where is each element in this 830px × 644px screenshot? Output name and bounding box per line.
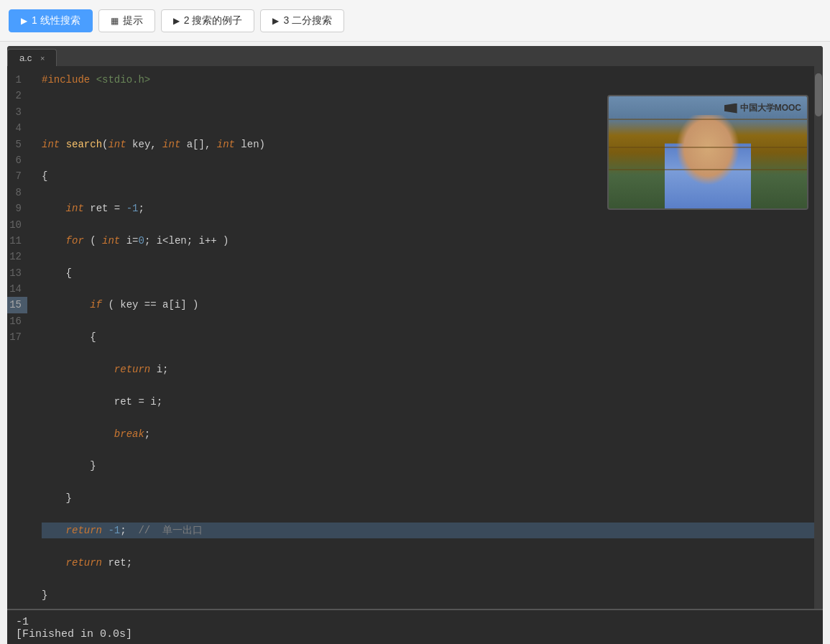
close-tab-icon[interactable]: × xyxy=(40,54,45,63)
code-line-1: #include <stdio.h> xyxy=(42,72,814,88)
line-num-1: 1 xyxy=(7,72,27,88)
line-num-6: 6 xyxy=(7,152,27,168)
line-num-15: 15 xyxy=(7,297,27,313)
tab-binary-search[interactable]: ▶ 3 二分搜索 xyxy=(260,9,344,32)
code-line-12: break; xyxy=(42,426,814,442)
line-numbers: 1 2 3 4 5 6 7 8 9 10 11 12 13 14 15 16 1… xyxy=(7,66,33,609)
terminal-line-2: [Finished in 0.0s] xyxy=(16,628,814,640)
code-line-10: return i; xyxy=(42,362,814,377)
code-area[interactable]: 1 2 3 4 5 6 7 8 9 10 11 12 13 14 15 16 1… xyxy=(7,66,823,609)
terminal-output: -1 [Finished in 0.0s] xyxy=(7,609,823,644)
file-tab[interactable]: a.c × xyxy=(7,49,57,66)
code-line-13: } xyxy=(42,458,814,474)
code-line-14: } xyxy=(42,490,814,506)
terminal-line-1: -1 xyxy=(16,616,814,628)
code-line-6: for ( int i=0; i<len; i++ ) xyxy=(42,233,814,249)
line-num-10: 10 xyxy=(7,217,27,233)
code-line-11: ret = i; xyxy=(42,394,814,410)
play-icon-3: ▶ xyxy=(272,16,279,26)
tab-hint[interactable]: ▦ 提示 xyxy=(98,9,155,32)
code-line-17: } xyxy=(42,587,814,603)
play-icon: ▶ xyxy=(21,16,27,26)
line-num-8: 8 xyxy=(7,185,27,201)
line-num-7: 7 xyxy=(7,168,27,184)
tab-linear-search[interactable]: ▶ 1 线性搜索 xyxy=(9,9,93,32)
line-num-5: 5 xyxy=(7,137,27,152)
line-num-2: 2 xyxy=(7,88,27,104)
top-navigation: ▶ 1 线性搜索 ▦ 提示 ▶ 2 搜索的例子 ▶ 3 二分搜索 xyxy=(0,0,830,42)
line-num-14: 14 xyxy=(7,281,27,297)
line-num-17: 17 xyxy=(7,329,27,345)
line-num-11: 11 xyxy=(7,233,27,249)
editor-scrollbar[interactable] xyxy=(814,66,823,609)
code-line-7: { xyxy=(42,265,814,281)
code-line-16: return ret; xyxy=(42,555,814,571)
line-num-12: 12 xyxy=(7,249,27,264)
line-num-16: 16 xyxy=(7,313,27,329)
video-overlay: 中国大学MOOC xyxy=(607,95,808,210)
line-num-13: 13 xyxy=(7,265,27,281)
scrollbar-thumb[interactable] xyxy=(815,73,822,116)
line-num-9: 9 xyxy=(7,201,27,216)
mooc-logo: 中国大学MOOC xyxy=(724,102,801,114)
line-num-3: 3 xyxy=(7,104,27,120)
code-line-15: return -1; // 单一出口 xyxy=(42,523,814,538)
play-icon-2: ▶ xyxy=(173,16,180,26)
editor-container: a.c × 1 2 3 4 5 6 7 8 9 10 11 12 13 14 1… xyxy=(7,46,823,609)
code-line-9: { xyxy=(42,329,814,345)
hint-icon: ▦ xyxy=(111,16,119,26)
editor-tab-bar: a.c × xyxy=(7,46,823,66)
tab-search-example[interactable]: ▶ 2 搜索的例子 xyxy=(161,9,255,32)
line-num-4: 4 xyxy=(7,120,27,136)
code-line-8: if ( key == a[i] ) xyxy=(42,297,814,313)
